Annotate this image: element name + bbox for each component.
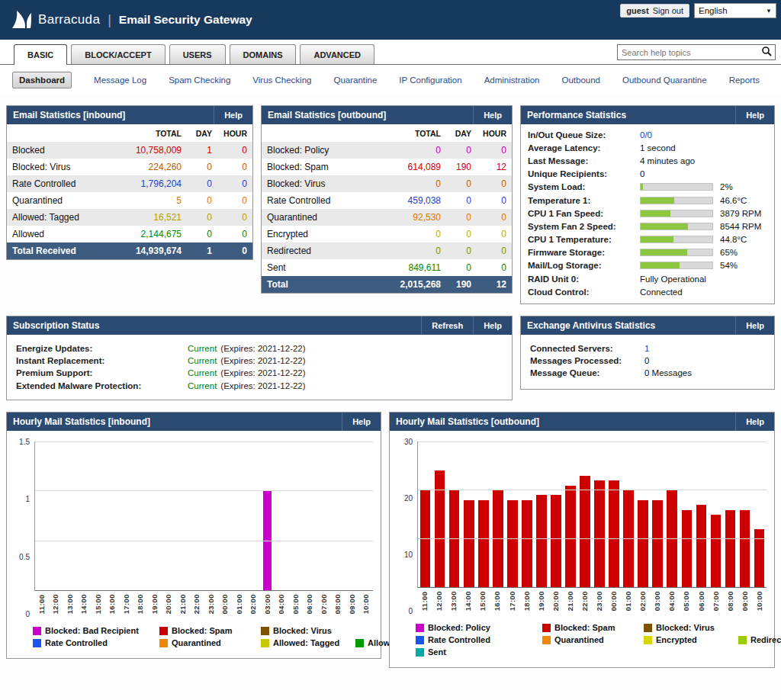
hour-value: 0 — [217, 192, 252, 209]
bar-column — [593, 442, 607, 588]
day-value: 0 — [187, 192, 217, 209]
bar-column — [680, 442, 694, 588]
panel-header: Email Statistics [inbound] Help — [7, 106, 252, 124]
subnav-item-outbound[interactable]: Outbound — [562, 75, 601, 85]
legend-item: Redirected — [738, 635, 781, 644]
tab-domains[interactable]: DOMAINS — [230, 44, 297, 64]
x-axis-label: 10:00 — [755, 591, 763, 611]
tab-basic[interactable]: BASIC — [14, 44, 67, 65]
row-label: Allowed: Tagged — [7, 209, 114, 226]
total-value: 0 — [373, 226, 446, 242]
total-value: 224,260 — [114, 159, 187, 175]
bar-column — [418, 442, 432, 588]
row-label: Total Received — [7, 242, 114, 259]
hour-value: 0 — [217, 175, 252, 192]
bar-column — [303, 442, 317, 591]
perf-row: Firmware Storage: 65% — [521, 246, 774, 259]
hour-value: 0 — [477, 175, 512, 192]
hour-value: 0 — [477, 142, 512, 159]
legend-label: Blocked: Policy — [428, 623, 490, 632]
bar-column — [636, 442, 651, 588]
row-label: Total — [262, 276, 373, 293]
bar — [464, 500, 474, 588]
connected-servers-value[interactable]: 1 — [644, 344, 649, 353]
table-total-row: Total 2,015,268 190 12 — [262, 276, 512, 293]
bar-column — [534, 442, 548, 588]
x-axis-label: 02:00 — [638, 591, 647, 611]
search-input[interactable] — [618, 48, 760, 57]
x-axis-label: 00:00 — [220, 594, 229, 614]
subnav-item-spam-checking[interactable]: Spam Checking — [169, 75, 230, 85]
subnav-item-virus-checking[interactable]: Virus Checking — [252, 75, 311, 85]
subnav-item-ip-configuration[interactable]: IP Configuration — [399, 75, 461, 85]
day-value: 0 — [187, 209, 217, 226]
bar — [594, 480, 605, 588]
legend-label: Blocked: Spam — [172, 626, 232, 635]
user-chip: guest Sign out — [620, 4, 689, 18]
x-axis-label: 23:00 — [207, 594, 215, 614]
x-axis-label: 08:00 — [333, 594, 342, 614]
tab-block-accept[interactable]: BLOCK/ACCEPT — [71, 44, 165, 64]
subnav-item-dashboard[interactable]: Dashboard — [12, 72, 72, 88]
search-button[interactable] — [760, 46, 775, 59]
gridline — [418, 442, 767, 442]
bar-column — [232, 442, 246, 591]
hour-value: 12 — [477, 159, 512, 175]
perf-row: Mail/Log Storage: 54% — [521, 259, 774, 272]
x-axis-labels: 11:0012:0013:0014:0015:0016:0017:0018:00… — [417, 591, 767, 611]
legend-item: Blocked: Spam — [159, 626, 261, 635]
subnav-item-reports[interactable]: Reports — [729, 75, 760, 85]
x-axis-label: 21:00 — [566, 591, 574, 611]
hour-value: 0 — [477, 226, 512, 242]
bar-column — [752, 442, 767, 588]
subscription-row: Energize Updates: Current (Expires: 2021… — [16, 342, 503, 354]
help-button[interactable]: Help — [473, 106, 512, 124]
bar — [725, 510, 736, 588]
bar-column — [162, 442, 175, 591]
row-label: Blocked: Virus — [262, 175, 373, 192]
subnav-item-outbound-quarantine[interactable]: Outbound Quarantine — [622, 75, 707, 85]
legend-item: Quarantined — [159, 638, 261, 647]
row-label: Sent — [262, 259, 373, 276]
sign-out-link[interactable]: Sign out — [653, 6, 683, 15]
language-value: English — [699, 6, 728, 15]
bar — [536, 495, 547, 588]
subnav-item-message-log[interactable]: Message Log — [94, 75, 146, 85]
legend-swatch — [738, 636, 747, 644]
panel-header: Exchange Antivirus Statistics Help — [521, 316, 774, 335]
legend-swatch — [159, 639, 168, 647]
help-button[interactable]: Help — [735, 413, 774, 431]
panel-hourly-stats-outbound: Hourly Mail Statistics [outbound] Help 0… — [389, 412, 775, 668]
y-axis-tick: 0 — [408, 607, 413, 615]
help-button[interactable]: Help — [473, 316, 512, 335]
table-row: Blocked: Policy 0 0 0 — [262, 142, 512, 159]
brand-name: Barracuda — [38, 12, 100, 27]
perf-row: System Load: 2% — [521, 181, 774, 194]
hour-value: 0 — [217, 142, 252, 159]
queue-size-link[interactable]: 0/0 — [640, 130, 652, 140]
language-select[interactable]: English ▼ — [694, 3, 776, 18]
table-row: Allowed 2,144,675 0 0 — [7, 226, 252, 242]
help-button[interactable]: Help — [735, 106, 774, 124]
help-button[interactable]: Help — [342, 413, 381, 431]
bar-column — [607, 442, 622, 588]
help-button[interactable]: Help — [214, 106, 252, 124]
panel-title: Subscription Status — [7, 316, 105, 335]
exchange-row: Messages Processed: 0 — [530, 355, 765, 367]
legend-label: Allowed: Tagged — [273, 638, 339, 647]
legend-label: Rate Controlled — [45, 638, 108, 647]
subnav-item-quarantine[interactable]: Quarantine — [333, 75, 377, 85]
total-value: 614,089 — [373, 159, 446, 175]
brand: Barracuda | Email Security Gateway — [11, 10, 252, 30]
bar-column — [176, 442, 190, 591]
x-axis-label: 14:00 — [79, 594, 88, 614]
tab-users[interactable]: USERS — [169, 44, 226, 64]
legend-label: Encrypted — [656, 635, 697, 644]
subnav-item-administration[interactable]: Administration — [484, 75, 540, 85]
help-button[interactable]: Help — [735, 316, 774, 335]
refresh-button[interactable]: Refresh — [421, 316, 473, 335]
bar-column — [709, 442, 723, 588]
tab-advanced[interactable]: ADVANCED — [300, 44, 374, 64]
day-value: 0 — [446, 226, 477, 242]
gridline — [418, 490, 767, 490]
